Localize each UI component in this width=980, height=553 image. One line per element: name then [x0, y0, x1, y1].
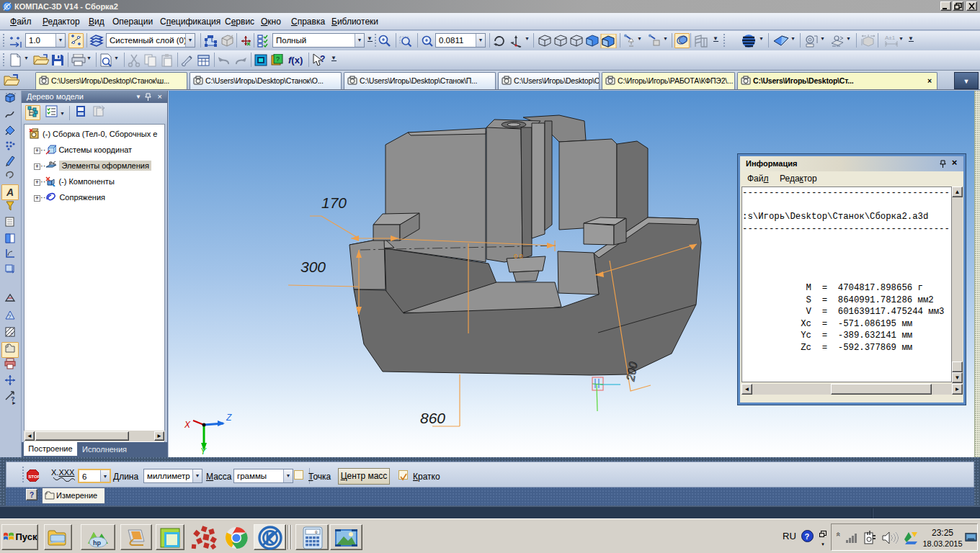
svg-text:?: ?: [276, 55, 280, 63]
svg-text:Y: Y: [200, 446, 207, 457]
svg-text:170: 170: [321, 194, 347, 211]
svg-text:?: ?: [320, 54, 325, 64]
svg-text:860: 860: [420, 410, 445, 426]
svg-text:X: X: [184, 420, 191, 430]
svg-text:A±1: A±1: [885, 35, 896, 41]
svg-text:300: 300: [300, 258, 326, 275]
svg-text:0 0: 0 0: [514, 253, 523, 260]
svg-text:200: 200: [624, 361, 640, 382]
svg-text:STOP: STOP: [28, 474, 39, 479]
svg-text:?: ?: [10, 331, 14, 338]
svg-text:?: ?: [805, 532, 810, 541]
svg-text:?: ?: [8, 313, 12, 320]
svg-text:Z: Z: [226, 413, 232, 423]
svg-text:hp: hp: [93, 539, 101, 547]
svg-text:0: 0: [315, 530, 318, 535]
